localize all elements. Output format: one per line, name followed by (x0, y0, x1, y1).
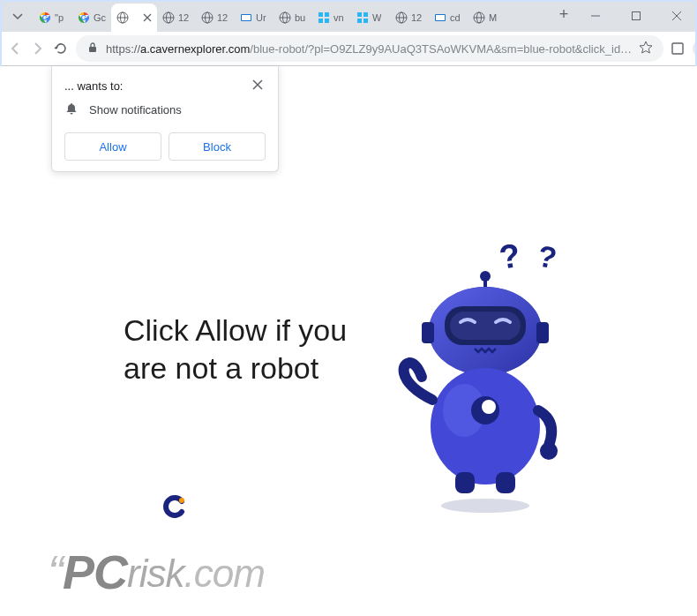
svg-text:?: ? (536, 238, 559, 274)
svg-rect-30 (436, 15, 445, 20)
svg-rect-19 (325, 12, 329, 17)
window-controls (575, 0, 697, 32)
svg-rect-18 (319, 12, 323, 17)
headline-text: Click Allow if you are not a robot (124, 312, 362, 387)
page-content: ... wants to: Show notifications Allow B… (0, 66, 697, 616)
svg-rect-59 (496, 472, 515, 493)
tab-label: cd (450, 12, 461, 23)
svg-rect-37 (672, 43, 683, 54)
svg-rect-23 (363, 12, 368, 17)
tab-favicon-icon (473, 11, 485, 24)
bell-icon (64, 101, 79, 118)
close-icon[interactable] (251, 79, 266, 93)
tab[interactable]: GGc (72, 4, 111, 32)
svg-rect-24 (357, 19, 362, 23)
notification-permission-dialog: ... wants to: Show notifications Allow B… (51, 66, 279, 172)
new-tab-button[interactable]: + (552, 4, 575, 26)
svg-text:G: G (41, 13, 48, 22)
browser-chrome: G"pGGc1212UrbuvnW12cdM + (0, 0, 697, 66)
tab-label: 12 (411, 12, 422, 23)
extensions-icon[interactable] (671, 36, 685, 61)
svg-point-60 (441, 499, 529, 513)
permission-title: ... wants to: (64, 79, 123, 93)
svg-rect-58 (455, 472, 475, 493)
svg-rect-36 (89, 47, 96, 52)
lock-icon (86, 41, 99, 56)
tab-favicon-icon (279, 11, 291, 24)
svg-rect-51 (422, 322, 434, 343)
tab-label: Gc (94, 12, 106, 23)
svg-rect-50 (450, 312, 521, 340)
tab-favicon-icon (318, 11, 330, 24)
tab-favicon-icon (395, 11, 408, 24)
tab[interactable]: 12 (157, 4, 196, 32)
tab-favicon-icon: G (78, 11, 90, 24)
tab-favicon-icon (116, 11, 129, 24)
tab-favicon-icon (162, 11, 175, 24)
url-protocol: https:// (106, 42, 140, 56)
svg-rect-25 (363, 19, 368, 23)
svg-point-46 (480, 271, 491, 282)
tab[interactable]: W (351, 4, 390, 32)
tab[interactable]: M (468, 4, 506, 32)
back-button[interactable] (7, 36, 23, 61)
url-host: a.cavernexplorer.com (140, 42, 250, 56)
tab[interactable]: Ur (235, 4, 274, 32)
svg-point-61 (179, 498, 184, 503)
tab-favicon-icon (356, 11, 369, 24)
forward-button[interactable] (30, 36, 46, 61)
svg-point-57 (540, 442, 558, 460)
tab[interactable]: cd (429, 4, 468, 32)
allow-button[interactable]: Allow (64, 132, 161, 161)
watermark-com: .com (184, 552, 264, 595)
tab-favicon-icon (201, 11, 214, 24)
tab[interactable]: 12 (196, 4, 235, 32)
svg-rect-21 (325, 19, 329, 23)
robot-mascot-image: ? ? (371, 234, 600, 516)
tab[interactable] (111, 4, 157, 32)
svg-rect-52 (536, 322, 549, 343)
svg-rect-35 (633, 12, 641, 20)
maximize-button[interactable] (616, 0, 656, 32)
tab-favicon-icon (434, 11, 446, 24)
tab-favicon-icon (240, 11, 252, 24)
watermark: “PCrisk.com (48, 545, 265, 599)
tab-label: W (372, 12, 381, 23)
site-logo-icon (162, 494, 187, 519)
tab[interactable]: bu (274, 4, 312, 32)
tab-search-dropdown[interactable] (7, 5, 28, 26)
tab-favicon-icon: G (39, 11, 51, 24)
watermark-risk: risk (127, 552, 184, 595)
address-bar[interactable]: https://a.cavernexplorer.com/blue-robot/… (76, 35, 663, 62)
svg-rect-14 (242, 15, 251, 20)
svg-point-53 (431, 368, 540, 485)
reload-button[interactable] (53, 36, 69, 61)
svg-text:G: G (80, 13, 86, 22)
tab[interactable]: G"p (34, 4, 72, 32)
tab-label: vn (334, 12, 344, 23)
tab-strip: G"pGGc1212UrbuvnW12cdM (34, 0, 549, 32)
tab-label: 12 (178, 12, 189, 23)
block-button[interactable]: Block (169, 132, 266, 161)
close-window-button[interactable] (656, 0, 697, 32)
tab[interactable]: vn (312, 4, 351, 32)
tab-label: bu (295, 12, 305, 23)
minimize-button[interactable] (575, 0, 616, 32)
tab-label: 12 (217, 12, 228, 23)
watermark-pc: PC (63, 545, 127, 598)
tab-label: "p (55, 12, 64, 23)
svg-text:?: ? (497, 237, 522, 276)
tab-label: M (489, 12, 497, 23)
bookmark-star-icon[interactable] (639, 41, 653, 57)
url-path: /blue-robot/?pl=O9ZLZ9y9AUaQ3TSAoWKVMA&s… (250, 42, 632, 56)
title-bar: G"pGGc1212UrbuvnW12cdM + (0, 0, 697, 32)
svg-rect-20 (319, 19, 323, 23)
toolbar: https://a.cavernexplorer.com/blue-robot/… (0, 32, 697, 65)
tab[interactable]: 12 (390, 4, 429, 32)
url-text: https://a.cavernexplorer.com/blue-robot/… (106, 42, 632, 56)
close-icon[interactable] (143, 12, 154, 23)
svg-point-56 (482, 400, 496, 414)
permission-item-label: Show notifications (89, 103, 182, 116)
profile-avatar[interactable] (692, 36, 697, 61)
svg-rect-22 (357, 12, 362, 17)
